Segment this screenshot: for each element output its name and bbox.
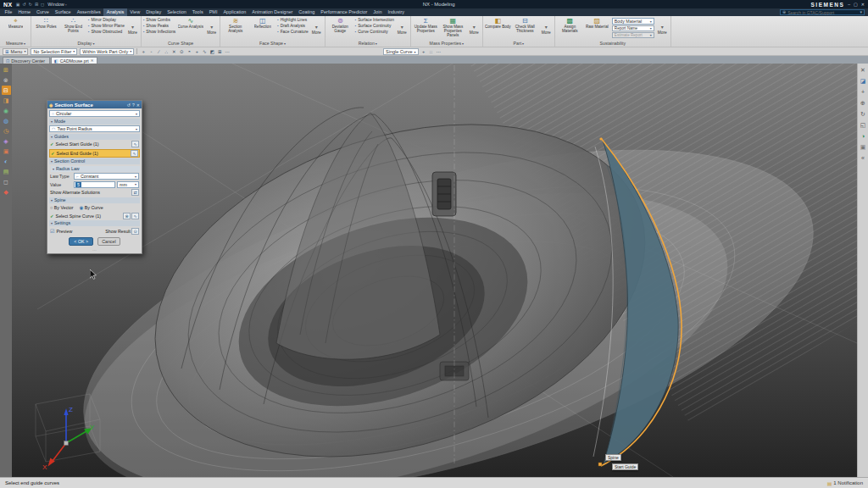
follow-fillet-icon[interactable]: ∷ — [428, 48, 435, 55]
save-icon[interactable]: ▣ — [16, 2, 20, 7]
assembly-navigator-icon[interactable]: ⊞ — [2, 65, 11, 75]
sustainability-more-button[interactable]: ▾More — [656, 17, 669, 41]
command-search-input[interactable] — [787, 10, 858, 15]
window-menu[interactable]: Window▾ — [47, 2, 67, 7]
menu-tab-view[interactable]: View — [127, 8, 143, 16]
report-name-field[interactable]: Report Name▾ — [612, 25, 654, 31]
ribbon-group-label-sustainability[interactable]: Sustainability — [557, 41, 669, 47]
menu-tab-animation-designer[interactable]: Animation Designer — [249, 8, 296, 16]
menu-tab-pmi[interactable]: PMI — [206, 8, 220, 16]
dialog-options-icon[interactable]: ◉ — [49, 103, 53, 108]
spine-section-header[interactable]: ▾Spine — [49, 197, 140, 203]
reflection-button[interactable]: ◫Reflection — [249, 17, 275, 41]
history-icon[interactable]: ◷ — [2, 126, 11, 136]
fit-view-icon[interactable]: ◱ — [859, 120, 868, 130]
law-type-combo[interactable]: ⌐ Constant ▾ — [74, 173, 139, 180]
show-mass-properties-panels-button[interactable]: ▦Show Mass Properties Panels — [440, 17, 466, 41]
show-combs-button[interactable]: ▪Show Combs — [143, 18, 175, 23]
render-style-icon[interactable]: ◑ — [859, 131, 868, 141]
preview-checkbox[interactable]: ☑ — [50, 228, 54, 234]
quadrant-point-icon[interactable]: ◓ — [186, 48, 192, 55]
select-spine-curve-row[interactable]: ✓ Select Spine Curve (1) ⊗ ∿ — [49, 213, 140, 219]
ribbon-group-label-face-shape[interactable]: Face Shape▾ — [222, 41, 322, 47]
selection-scope-combo[interactable]: Within Work Part Only▾ — [80, 48, 134, 55]
manufacturing-icon[interactable]: ▣ — [2, 147, 11, 156]
touch-icon[interactable]: ◻ — [41, 2, 44, 7]
show-mirror-plane-button[interactable]: ▪Show Mirror Plane — [88, 24, 125, 29]
intersection-icon[interactable]: ✕ — [170, 48, 177, 55]
snapshot-icon[interactable]: ▣ — [859, 142, 868, 152]
reuse-library-icon[interactable]: ◨ — [2, 96, 11, 105]
menu-tab-application[interactable]: Application — [220, 8, 249, 16]
face-shape-more-button[interactable]: ▾More — [310, 17, 323, 41]
alerts-icon[interactable]: ◆ — [2, 187, 11, 197]
curve-analysis-button[interactable]: ∿Curve Analysis — [177, 17, 203, 41]
arc-center-icon[interactable]: ⊙ — [178, 48, 185, 55]
menu-tab-selection[interactable]: Selection — [164, 8, 190, 16]
select-end-guide-row[interactable]: ✓ Select End Guide (1) ∿ — [49, 149, 140, 158]
ribbon-group-label-curve-shape[interactable]: Curve Shape — [143, 41, 218, 47]
control-point-icon[interactable]: ∴ — [163, 48, 170, 55]
selection-filter-combo[interactable]: No Selection Filter▾ — [31, 48, 77, 55]
dialog-resize-grip[interactable]: ⋯ — [49, 248, 140, 252]
by-curve-radio[interactable]: ◉By Curve — [80, 205, 103, 210]
deselect-icon[interactable]: ⊗ — [123, 213, 131, 219]
materials-icon[interactable]: ▤ — [2, 167, 11, 176]
mode-section-header[interactable]: ▾Mode — [49, 119, 140, 125]
update-mass-properties-button[interactable]: ΣUpdate Mass Properties — [413, 17, 439, 41]
draft-analysis-button[interactable]: ▪Draft Analysis — [277, 24, 308, 29]
settings-section-header[interactable]: ▾Settings — [49, 220, 140, 226]
menu-tab-home[interactable]: Home — [15, 8, 34, 16]
curve-select-icon[interactable]: ∿ — [131, 150, 138, 157]
show-peaks-button[interactable]: ▪Show Peaks — [143, 24, 175, 29]
mirror-display-button[interactable]: ▪Mirror Display — [88, 18, 125, 23]
menu-tab-curve[interactable]: Curve — [34, 8, 53, 16]
dialog-titlebar[interactable]: ◉ Section Surface ↺ ? ✕ — [47, 101, 142, 108]
menu-tab-file[interactable]: File — [2, 8, 15, 16]
point-on-surface-icon[interactable]: ◩ — [209, 48, 215, 55]
menu-tab-surface[interactable]: Surface — [52, 8, 74, 16]
view-navigator-icon[interactable]: ◉ — [2, 106, 11, 115]
intersect-stop-icon[interactable]: + — [420, 48, 427, 55]
raw-material-button[interactable]: ▨Raw Material — [584, 17, 610, 41]
close-sidebar-icon[interactable]: ✕ — [859, 65, 868, 75]
existing-point-icon[interactable]: + — [193, 48, 200, 55]
show-poles-button[interactable]: ∷Show Poles — [33, 17, 59, 41]
menu-button[interactable]: ⊞Menu▾ — [3, 48, 28, 55]
touch-panel-icon[interactable]: ◻ — [2, 177, 11, 186]
collapse-icon[interactable]: « — [859, 153, 868, 163]
curve-select-icon[interactable]: ∿ — [131, 213, 139, 219]
notification-area[interactable]: ▤ 1 Notification — [827, 480, 863, 486]
show-inflections-button[interactable]: ▪Show Inflections — [143, 30, 175, 35]
ribbon-group-label-part[interactable]: Part▾ — [485, 41, 553, 47]
dialog-reset-icon[interactable]: ↺ — [127, 103, 131, 108]
undo-icon[interactable]: ↺ — [22, 2, 25, 7]
tab-close-icon[interactable]: ✕ — [91, 58, 94, 63]
menu-tab-analysis[interactable]: Analysis — [103, 8, 126, 16]
constraint-navigator-icon[interactable]: ⊗ — [2, 75, 11, 85]
show-result-button[interactable]: ⊙ — [131, 228, 139, 235]
pan-view-icon[interactable]: + — [859, 87, 868, 97]
body-material-combo[interactable]: Body Material▾ — [612, 18, 654, 25]
ribbon-group-label-measure[interactable]: Measure▾ — [3, 41, 29, 47]
face-curvature-button[interactable]: ▪Face Curvature — [277, 30, 308, 35]
ok-button[interactable]: < OK > — [69, 237, 93, 246]
ribbon-group-label-relation[interactable]: Relation▾ — [327, 41, 409, 47]
tab-cadmouse-prt[interactable]: ◧ CADMouse.prt ✕ — [51, 57, 97, 64]
close-button[interactable]: ✕ — [861, 2, 865, 7]
tab-discovery-center[interactable]: ⊡ Discovery Center — [3, 57, 50, 64]
check-wall-thickness-button[interactable]: ⊟Check Wall Thickness — [512, 17, 538, 41]
start-guide-point[interactable] — [598, 463, 602, 466]
unit-combo[interactable]: mm▾ — [117, 181, 139, 188]
graphics-viewport[interactable]: Z Y X Spine Start Guide ◉ Section Surfac… — [12, 64, 857, 477]
menu-tab-industry[interactable]: Industry — [385, 8, 408, 16]
show-end-points-button[interactable]: ∴Show End Points — [60, 17, 86, 41]
menu-tab-assemblies[interactable]: Assemblies — [74, 8, 103, 16]
part-more-button[interactable]: ▾More — [540, 17, 553, 41]
snap-more-icon[interactable]: ⋯ — [224, 48, 231, 55]
highlight-lines-button[interactable]: ▪Highlight Lines — [277, 18, 308, 23]
redo-icon[interactable]: ↻ — [29, 2, 32, 7]
display-more-button[interactable]: ▾More — [126, 17, 139, 41]
ribbon-group-label-mass-properties[interactable]: Mass Properties▾ — [413, 41, 481, 47]
web-browser-icon[interactable]: ◍ — [2, 116, 11, 125]
